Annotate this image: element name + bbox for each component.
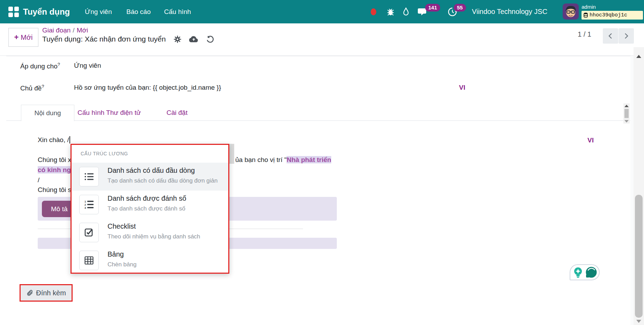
database-name: hhoc39qboj1c [590, 12, 627, 18]
powerbox-item-title: Danh sách được đánh số [108, 194, 186, 202]
editor-line3[interactable]: / [38, 176, 39, 184]
text-cursor [69, 136, 70, 143]
assistant-blob-icon [585, 266, 598, 279]
top-navbar: Tuyển dụng Ứng viên Báo cáo Cấu hình 141 [0, 0, 644, 23]
nav-item-reports[interactable]: Báo cáo [126, 0, 151, 23]
powerbox-item-checklist[interactable]: Checklist Theo dõi nhiệm vụ bằng danh sá… [72, 219, 228, 246]
editor-line1-right[interactable]: ủa bạn cho vị trí "Nhà phát triển [235, 156, 331, 164]
attach-button[interactable]: Đính kèm [20, 284, 73, 302]
inner-scrollbar[interactable] [623, 103, 630, 124]
pager-previous-button[interactable] [603, 28, 618, 44]
field-value-applies-to[interactable]: Ứng viên [74, 62, 101, 69]
new-button-label: Mới [21, 34, 32, 42]
powerbox-item-subtitle: Theo dõi nhiệm vụ bằng danh sách [108, 233, 200, 240]
breadcrumb-parent[interactable]: Giai đoạn [42, 27, 71, 34]
chevron-left-icon [607, 33, 614, 39]
tab-content[interactable]: Nội dung [21, 105, 74, 121]
editor-line2[interactable]: có kinh ngh [38, 166, 75, 174]
powerbox-dropdown: CẤU TRÚC LƯƠNG Danh sách có dấu đầu dòng… [71, 144, 229, 274]
checklist-icon [79, 223, 99, 242]
sheet-divider [6, 56, 630, 56]
highlighted-job-text: Nhà phát triển [287, 156, 331, 163]
messages-badge[interactable]: 141 [425, 4, 440, 12]
main-scrollbar[interactable] [634, 47, 644, 325]
paperclip-icon [26, 289, 33, 296]
breadcrumb-current[interactable]: Mới [77, 27, 88, 34]
breadcrumb: Giai đoạn/Mới [42, 27, 88, 34]
svg-text:1: 1 [84, 200, 86, 203]
editor-greeting[interactable]: Xin chào, / [38, 136, 70, 144]
field-value-subject[interactable]: Hồ sơ ứng tuyển của bạn: {{ object.job_i… [74, 84, 221, 91]
new-button[interactable]: + Mới [8, 28, 38, 47]
record-icon[interactable] [371, 0, 376, 23]
app-window: Tuyển dụng Ứng viên Báo cáo Cấu hình 141 [0, 0, 644, 325]
chat-icon[interactable] [417, 0, 428, 23]
scroll-down-arrow-icon[interactable] [624, 120, 629, 123]
plus-icon: + [14, 33, 18, 42]
attach-button-label: Đính kèm [36, 289, 66, 297]
translate-badge-body[interactable]: VI [587, 136, 594, 144]
svg-text:3: 3 [84, 206, 86, 209]
powerbox-item-title: Checklist [108, 222, 136, 230]
numbered-list-icon: 1 2 3 [79, 195, 99, 214]
powerbox-section-header: CẤU TRÚC LƯƠNG [81, 151, 128, 156]
assistant-widget[interactable] [570, 264, 600, 280]
undo-icon[interactable] [206, 35, 214, 43]
activity-clock-icon[interactable] [447, 0, 457, 23]
tab-email-config[interactable]: Cấu hình Thư điện tử [77, 105, 141, 121]
avatar[interactable] [563, 3, 579, 20]
database-icon [584, 13, 588, 18]
page-title: Tuyển dụng: Xác nhận đơn ứng tuyển [42, 35, 166, 43]
app-name[interactable]: Tuyển dụng [23, 0, 70, 23]
tab-settings[interactable]: Cài đặt [166, 105, 187, 121]
translate-badge-subject[interactable]: VI [459, 84, 465, 91]
bullet-list-icon [79, 167, 99, 186]
svg-text:2: 2 [84, 203, 86, 206]
powerbox-item-bulleted-list[interactable]: Danh sách có dấu đầu dòng Tạo danh sách … [72, 163, 228, 191]
lightbulb-icon [573, 267, 583, 278]
scroll-down-arrow-icon[interactable] [636, 320, 641, 323]
droplet-icon[interactable] [402, 0, 410, 23]
apps-grid-icon[interactable] [8, 7, 19, 17]
nav-item-config[interactable]: Cấu hình [164, 0, 191, 23]
powerbox-item-table[interactable]: Bảng Chèn bảng [72, 246, 228, 274]
scroll-up-arrow-icon[interactable] [636, 55, 641, 58]
powerbox-item-subtitle: Tạo danh sách được đánh số [108, 205, 185, 212]
help-marker: ? [42, 84, 44, 89]
nav-item-candidates[interactable]: Ứng viên [85, 0, 112, 23]
main-scrollbar-thumb[interactable] [635, 195, 643, 318]
powerbox-item-subtitle: Tạo danh sách có dấu đầu dòng đơn giản [108, 177, 218, 184]
user-name: admin [582, 4, 596, 10]
table-icon [79, 251, 99, 270]
scroll-up-arrow-icon[interactable] [624, 105, 629, 107]
powerbox-item-title: Danh sách có dấu đầu dòng [108, 167, 195, 175]
editor-line4[interactable]: Chúng tôi s [38, 186, 71, 194]
powerbox-item-subtitle: Chèn bảng [108, 261, 136, 268]
sheet-edge [630, 56, 634, 325]
gear-icon[interactable] [173, 35, 182, 43]
pager-next-button[interactable] [619, 28, 634, 44]
field-label-subject: Chủ đề? [20, 84, 44, 92]
help-marker: ? [58, 62, 60, 67]
powerbox-item-title: Bảng [108, 250, 124, 258]
inner-scrollbar-thumb[interactable] [624, 109, 629, 118]
editor-line1-left[interactable]: Chúng tôi x [38, 156, 71, 164]
company-name[interactable]: Viindoo Technology JSC [472, 0, 547, 23]
powerbox-item-numbered-list[interactable]: 1 2 3 Danh sách được đánh số Tạo danh sá… [72, 191, 228, 219]
database-badge[interactable]: hhoc39qboj1c [582, 11, 643, 20]
breadcrumb-separator: / [71, 27, 76, 34]
chevron-right-icon [623, 33, 629, 39]
activities-badge[interactable]: 55 [454, 4, 466, 12]
cloud-upload-icon[interactable] [189, 35, 198, 43]
control-panel: + Mới Giai đoạn/Mới Tuyển dụng: Xác nhận… [0, 23, 644, 56]
field-label-applies-to: Áp dụng cho? [20, 62, 60, 70]
pager-value: 1 / 1 [578, 30, 591, 38]
bug-icon[interactable] [386, 0, 395, 23]
